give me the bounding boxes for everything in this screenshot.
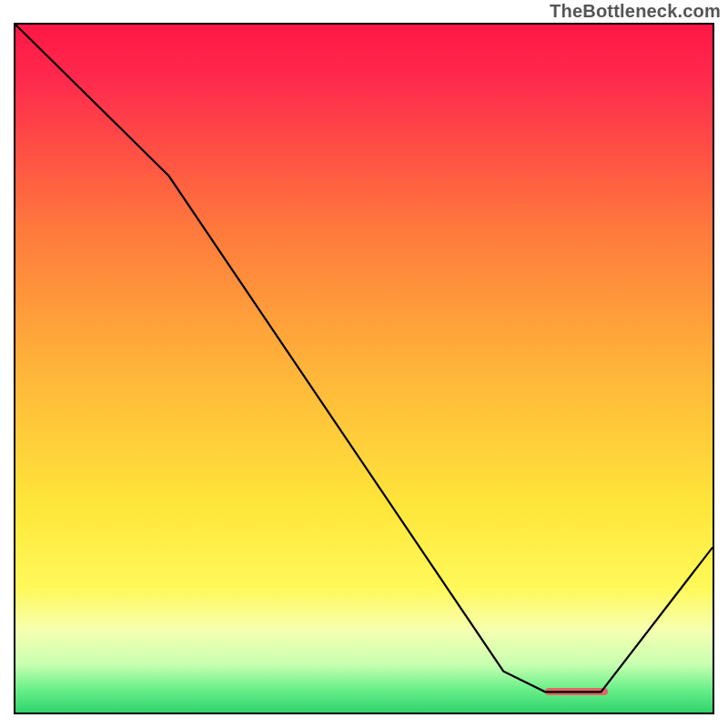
chart-stage: TheBottleneck.com — [0, 0, 728, 728]
branding-label: TheBottleneck.com — [550, 1, 721, 22]
optimal-range-marker — [545, 688, 608, 695]
plot-frame — [14, 23, 714, 714]
gradient-fill — [15, 25, 713, 713]
